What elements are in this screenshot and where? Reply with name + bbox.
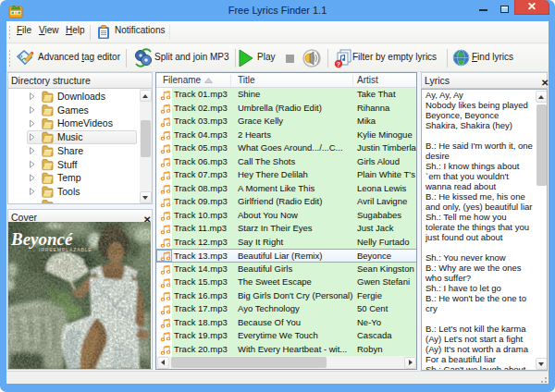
svg-text:IRREEMPLAZABLE: IRREEMPLAZABLE [39, 247, 92, 252]
svg-text:?: ? [337, 61, 340, 67]
